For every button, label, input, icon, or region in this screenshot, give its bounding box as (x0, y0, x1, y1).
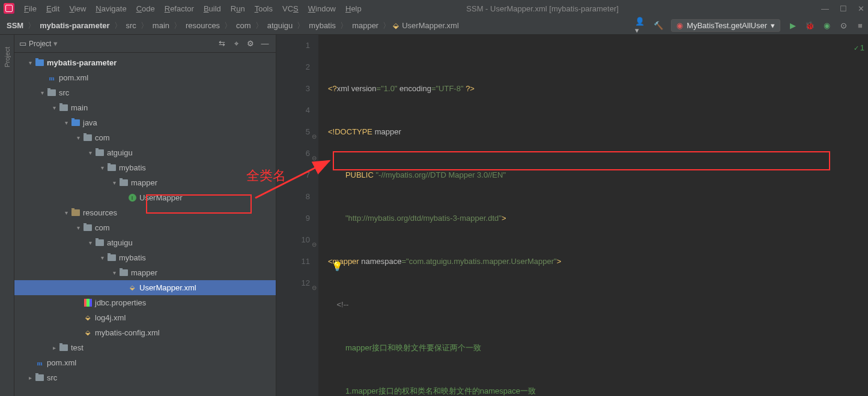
fold-marker-icon[interactable]: ⊖ (311, 277, 317, 299)
xml-file-icon: ⬙ (393, 21, 399, 30)
fold-marker-icon[interactable]: ⊖ (311, 234, 317, 256)
menu-build[interactable]: Build (200, 3, 225, 14)
minimize-button[interactable]: — (821, 4, 829, 13)
select-opened-icon[interactable]: ⌖ (230, 38, 242, 50)
line-number: 11 (276, 251, 310, 272)
project-label[interactable]: Project (29, 40, 51, 48)
coverage-button[interactable]: ◉ (820, 19, 833, 32)
tree-folder-atguigu[interactable]: ▾atguigu (14, 235, 276, 250)
tree-package-mybatis[interactable]: ▾mybatis (14, 160, 276, 175)
breadcrumb-item[interactable]: SSM (5, 20, 25, 31)
tree-folder-resources[interactable]: ▾resources (14, 205, 276, 220)
chevron-down-icon: ▾ (771, 21, 775, 30)
tree-file-usermapper-xml[interactable]: ⬙UserMapper.xml (14, 280, 276, 295)
menu-help[interactable]: Help (342, 3, 365, 14)
menu-view[interactable]: View (65, 3, 90, 14)
tree-folder-src2[interactable]: ▸src (14, 370, 276, 385)
annotation-label: 全类名 (246, 167, 286, 185)
menu-run[interactable]: Run (227, 3, 249, 14)
line-number: 6 (276, 143, 310, 164)
user-icon[interactable]: 👤▾ (635, 19, 648, 32)
fold-marker-icon[interactable]: ⊖ (311, 148, 317, 169)
title-bar: File Edit View Navigate Code Refactor Bu… (0, 0, 868, 17)
tree-folder-com[interactable]: ▾com (14, 220, 276, 235)
tree-folder-mapper[interactable]: ▾mapper (14, 265, 276, 280)
menu-edit[interactable]: Edit (43, 3, 63, 14)
chevron-down-icon[interactable]: ▾ (53, 39, 58, 48)
breadcrumb-item[interactable]: src (124, 20, 138, 31)
tree-file-pom[interactable]: mpom.xml (14, 70, 276, 85)
window-controls: — ☐ ✕ (821, 4, 864, 13)
tree-file-pom2[interactable]: mpom.xml (14, 355, 276, 370)
menu-code[interactable]: Code (133, 3, 159, 14)
inspection-indicator[interactable]: 1 (854, 37, 864, 59)
tree-package-mapper[interactable]: ▾mapper (14, 175, 276, 190)
hide-icon[interactable]: — (259, 38, 271, 50)
line-number: 3 (276, 78, 310, 100)
debug-button[interactable]: 🐞 (803, 19, 816, 32)
menu-refactor[interactable]: Refactor (161, 3, 198, 14)
project-view-icon: ▭ (19, 39, 26, 48)
left-stripe: Project (0, 35, 14, 396)
menu-window[interactable]: Window (305, 3, 339, 14)
code-editor[interactable]: 1 2 3 4 5 6 7 8 9 10 11 12 ⊖ ⊖ ⊖ ⊖ 1 <?x… (276, 35, 868, 396)
tree-package-atguigu[interactable]: ▾atguigu (14, 145, 276, 160)
line-number: 9 (276, 208, 310, 229)
breadcrumb-item[interactable]: main (151, 20, 171, 31)
line-number: 5 (276, 121, 310, 143)
line-number: 4 (276, 100, 310, 121)
breadcrumb: SSM〉 mybatis-parameter〉 src〉 main〉 resou… (5, 20, 461, 31)
tree-file-jdbc[interactable]: jdbc.properties (14, 295, 276, 310)
tree-folder-src[interactable]: ▾src (14, 85, 276, 100)
menu-file[interactable]: File (20, 3, 40, 14)
run-button[interactable]: ▶ (786, 19, 800, 32)
code-text[interactable]: 1 <?xml version="1.0" encoding="UTF-8" ?… (318, 35, 868, 396)
menu-bar: File Edit View Navigate Code Refactor Bu… (20, 3, 365, 14)
project-tree[interactable]: ▾mybatis-parameter mpom.xml ▾src ▾main ▾… (14, 53, 276, 396)
project-header: ▭ Project ▾ ⇆ ⌖ ⚙ — (14, 35, 276, 53)
main-area: Project ▭ Project ▾ ⇆ ⌖ ⚙ — ▾mybatis-par… (0, 35, 868, 396)
tree-file-mybatis-config[interactable]: ⬙mybatis-config.xml (14, 325, 276, 340)
tree-folder-mybatis[interactable]: ▾mybatis (14, 250, 276, 265)
breadcrumb-item[interactable]: resources (184, 20, 222, 31)
breadcrumb-item[interactable]: UserMapper.xml (400, 20, 461, 31)
gutter[interactable]: 1 2 3 4 5 6 7 8 9 10 11 12 ⊖ ⊖ ⊖ ⊖ (276, 35, 318, 396)
bulb-icon[interactable]: 💡 (332, 256, 343, 277)
project-tool-button[interactable]: Project (4, 44, 11, 70)
gear-icon[interactable]: ⚙ (244, 38, 256, 50)
breadcrumb-item[interactable]: mybatis-parameter (38, 20, 111, 31)
menu-tools[interactable]: Tools (251, 3, 276, 14)
line-number: 8 (276, 186, 310, 208)
close-button[interactable]: ✕ (858, 4, 864, 13)
collapse-icon[interactable]: ⇆ (216, 38, 228, 50)
tree-folder-main[interactable]: ▾main (14, 100, 276, 115)
test-icon: ◉ (676, 21, 683, 30)
fold-marker-icon[interactable]: ⊖ (311, 126, 317, 148)
window-title: SSM - UserMapper.xml [mybatis-parameter] (466, 4, 619, 13)
tree-module[interactable]: ▾mybatis-parameter (14, 55, 276, 70)
build-button[interactable]: 🔨 (652, 19, 665, 32)
breadcrumb-item[interactable]: atguigu (266, 20, 295, 31)
profile-button[interactable]: ⊙ (837, 19, 850, 32)
maximize-button[interactable]: ☐ (840, 4, 847, 13)
menu-vcs[interactable]: VCS (279, 3, 302, 14)
tree-file-log4j[interactable]: ⬙log4j.xml (14, 310, 276, 325)
breadcrumb-item[interactable]: mybatis (307, 20, 338, 31)
editor-area: ameter) jdbc.properties× ⬙log4j.xml× ⬙my… (276, 35, 868, 396)
tree-folder-java[interactable]: ▾java (14, 115, 276, 130)
line-number: 2 (276, 56, 310, 78)
navigation-toolbar: SSM〉 mybatis-parameter〉 src〉 main〉 resou… (0, 17, 868, 35)
project-sidebar: ▭ Project ▾ ⇆ ⌖ ⚙ — ▾mybatis-parameter m… (14, 35, 276, 396)
run-config-label: MyBatisTest.getAllUser (687, 21, 767, 30)
stop-button[interactable]: ■ (854, 19, 867, 32)
tree-package-com[interactable]: ▾com (14, 130, 276, 145)
run-config-selector[interactable]: ◉ MyBatisTest.getAllUser ▾ (671, 19, 780, 32)
breadcrumb-item[interactable]: com (234, 20, 253, 31)
menu-navigate[interactable]: Navigate (92, 3, 130, 14)
line-number: 1 (276, 35, 310, 56)
breadcrumb-item[interactable]: mapper (350, 20, 380, 31)
line-number: 10 (276, 229, 310, 251)
line-number: 12 (276, 272, 310, 294)
tree-folder-test[interactable]: ▸test (14, 340, 276, 355)
tree-interface-usermapper[interactable]: IUserMapper (14, 190, 276, 205)
